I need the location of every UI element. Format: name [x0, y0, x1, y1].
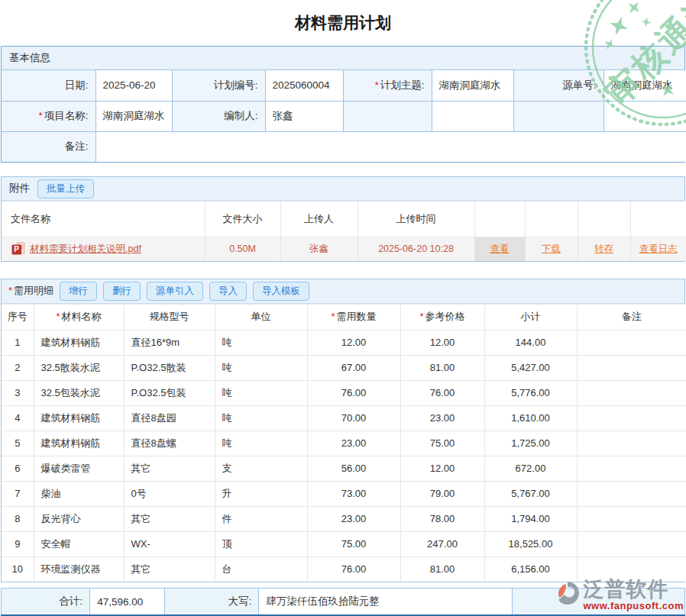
import-button[interactable]: 导入: [209, 282, 247, 301]
cell-qty: 23.00: [307, 506, 400, 531]
download-action-cell: 下载: [525, 237, 578, 261]
plan-no-label: 计划编号:: [172, 70, 265, 101]
col-spec: 规格型号: [124, 304, 215, 330]
cell-unit: 顶: [215, 531, 307, 556]
col-remark: 备注: [577, 304, 686, 330]
download-link[interactable]: 下载: [542, 243, 561, 254]
cell-seq: 2: [2, 355, 34, 380]
col-action-empty: [630, 202, 686, 237]
cell-unit: 吨: [215, 330, 307, 355]
page-title: 材料需用计划: [0, 0, 686, 46]
table-row[interactable]: 3 32.5包装水泥 P.O32.5包装 吨 76.00 76.00 5,776…: [2, 380, 686, 405]
attachments-header: 附件 批量上传: [2, 177, 684, 201]
cell-material-name: 柴油: [34, 481, 124, 506]
detail-section: *需用明细 增行 删行 源单引入 导入 导入模板 序号 *材料名称 规格型号 单…: [1, 279, 685, 583]
cell-qty: 76.00: [307, 380, 400, 405]
cell-spec: 其它: [124, 506, 215, 531]
table-row[interactable]: 2 32.5散装水泥 P.O32.5散装 吨 67.00 81.00 5,427…: [2, 355, 686, 380]
cell-seq: 8: [2, 506, 34, 531]
cell-spec: P.O32.5包装: [124, 380, 215, 405]
view-log-link[interactable]: 查看日志: [639, 243, 678, 254]
cell-subtotal: 1,725.00: [484, 431, 577, 456]
cell-price: 12.00: [400, 330, 484, 355]
table-row[interactable]: 7 柴油 0号 升 73.00 79.00 5,767.00: [2, 481, 686, 506]
cell-qty: 73.00: [307, 481, 400, 506]
cell-price: 247.00: [400, 531, 484, 556]
attachments-section: 附件 批量上传 文件名称 文件大小 上传人 上传时间: [1, 176, 685, 262]
cell-material-name: 环境监测仪器: [34, 556, 124, 582]
cell-remark: [577, 380, 686, 405]
caps-label: 大写:: [165, 589, 259, 616]
cell-spec: 直径16*9m: [124, 330, 215, 355]
cell-qty: 70.00: [307, 405, 400, 431]
required-marker: *: [374, 79, 378, 91]
cell-price: 23.00: [400, 405, 484, 431]
col-uploader: 上传人: [280, 202, 358, 237]
col-material-name: *材料名称: [34, 304, 124, 330]
import-from-source-button[interactable]: 源单引入: [147, 282, 203, 301]
cell-spec: 直径8盘园: [124, 405, 215, 431]
cell-subtotal: 5,427.00: [484, 355, 577, 380]
col-unit: 单位: [215, 304, 307, 330]
attachments-table: 文件名称 文件大小 上传人 上传时间: [2, 201, 686, 261]
col-file-name: 文件名称: [2, 202, 205, 237]
cell-unit: 支: [215, 456, 307, 481]
cell-spec: 0号: [124, 481, 215, 506]
cell-material-name: 32.5散装水泥: [34, 355, 124, 380]
cell-spec: P.O32.5散装: [124, 355, 215, 380]
cell-spec: 其它: [124, 556, 215, 582]
cell-seq: 9: [2, 531, 34, 556]
table-row[interactable]: 6 爆破类雷管 其它 支 56.00 12.00 672.00: [2, 456, 686, 481]
empty-label-cell: [513, 101, 603, 131]
save-as-link[interactable]: 转存: [594, 243, 613, 254]
total-value: 47,596.00: [90, 589, 165, 616]
source-no-value: 湖南洞庭湖水: [603, 70, 686, 101]
view-link[interactable]: 查看: [490, 243, 510, 254]
delete-row-button[interactable]: 删行: [103, 282, 141, 301]
cell-price: 81.00: [400, 556, 484, 582]
cell-subtotal: 672.00: [484, 456, 577, 481]
cell-material-name: 建筑材料钢筋: [34, 330, 124, 355]
file-size: 0.50M: [205, 237, 280, 261]
svg-text:P: P: [14, 246, 19, 254]
cell-material-name: 爆破类雷管: [34, 456, 124, 481]
remark-value: [95, 131, 686, 162]
cell-qty: 56.00: [307, 456, 400, 481]
required-marker: *: [38, 110, 42, 121]
col-subtotal: 小计: [484, 304, 577, 330]
cell-material-name: 反光背心: [34, 506, 124, 531]
totals-footer: 合计: 47,596.00 大写: 肆万柒仟伍佰玖拾陆元整: [1, 588, 685, 616]
cell-spec: 直径8盘螺: [124, 431, 215, 456]
table-row[interactable]: 10 环境监测仪器 其它 台 76.00 81.00 6,156.00: [2, 556, 686, 582]
col-action-empty: [474, 202, 525, 237]
attachments-title: 附件: [9, 182, 30, 195]
material-requirement-plan-page: 材料需用计划 基本信息 日期: 2025-06-20 计划编号: 2025060…: [0, 0, 686, 616]
footer-blank-cell: [512, 589, 684, 616]
col-action-empty: [525, 202, 578, 237]
cell-remark: [577, 506, 686, 531]
cell-spec: 其它: [124, 456, 215, 481]
remark-label: 备注:: [2, 131, 95, 162]
cell-seq: 10: [2, 556, 34, 582]
table-row[interactable]: 9 安全帽 WX- 顶 75.00 247.00 18,525.00: [2, 531, 686, 556]
required-marker: *: [419, 311, 423, 322]
col-upload-time: 上传时间: [358, 202, 474, 237]
col-file-size: 文件大小: [205, 202, 280, 237]
table-row[interactable]: 8 反光背心 其它 件 23.00 78.00 1,794.00: [2, 506, 686, 531]
total-label: 合计:: [2, 589, 90, 616]
file-name-link[interactable]: 材料需要计划相关说明.pdf: [30, 243, 141, 256]
table-row[interactable]: 4 建筑材料钢筋 直径8盘园 吨 70.00 23.00 1,610.00: [2, 405, 686, 431]
cell-unit: 吨: [215, 431, 307, 456]
add-row-button[interactable]: 增行: [60, 282, 97, 301]
col-seq: 序号: [2, 304, 34, 330]
cell-material-name: 安全帽: [34, 531, 124, 556]
cell-subtotal: 5,767.00: [484, 481, 577, 506]
import-template-button[interactable]: 导入模板: [253, 282, 309, 301]
table-row[interactable]: 5 建筑材料钢筋 直径8盘螺 吨 23.00 75.00 1,725.00: [2, 431, 686, 456]
col-action-empty: [578, 202, 630, 237]
cell-price: 12.00: [400, 456, 484, 481]
cell-subtotal: 1,794.00: [484, 506, 577, 531]
save-as-action-cell: 转存: [578, 237, 630, 261]
table-row[interactable]: 1 建筑材料钢筋 直径16*9m 吨 12.00 12.00 144.00: [2, 330, 686, 355]
batch-upload-button[interactable]: 批量上传: [37, 179, 94, 198]
